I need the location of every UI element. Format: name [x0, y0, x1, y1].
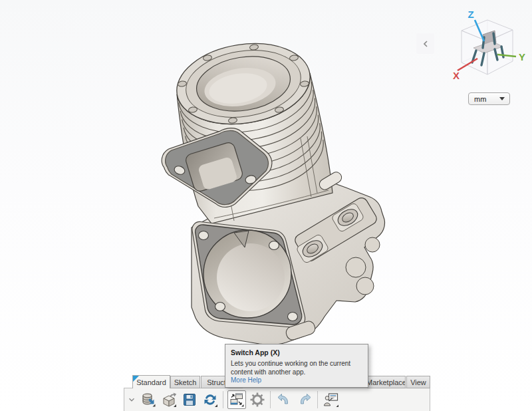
- open-library-button[interactable]: [139, 390, 158, 409]
- toolbar-collapse-button[interactable]: [126, 391, 138, 408]
- chevron-left-icon: [421, 39, 430, 49]
- tab-standard[interactable]: Standard: [132, 375, 170, 388]
- tab-label: Sketch: [174, 378, 197, 386]
- gear-icon: [249, 392, 265, 408]
- user-screen-icon: [323, 392, 339, 408]
- collapse-panel-button[interactable]: [416, 33, 434, 54]
- tooltip-title: Switch App (X): [225, 344, 368, 358]
- toolbar-separator: [317, 391, 318, 408]
- save-icon: [182, 392, 198, 408]
- undo-button[interactable]: [275, 390, 293, 409]
- sync-button[interactable]: [201, 390, 219, 409]
- toolbar-separator: [270, 391, 271, 408]
- switch-app-button[interactable]: [227, 390, 246, 409]
- undo-icon: [276, 392, 292, 408]
- tab-marketplace[interactable]: Marketplace: [367, 376, 406, 388]
- tab-label: Marketplace: [367, 378, 406, 386]
- ribbon-toolbar: [124, 388, 430, 411]
- redo-button[interactable]: [295, 390, 314, 409]
- x-axis-label: X: [453, 70, 460, 81]
- tab-sketch[interactable]: Sketch: [170, 376, 200, 388]
- save-button[interactable]: [180, 390, 199, 409]
- tab-view[interactable]: View: [406, 376, 430, 388]
- y-axis-label: Y: [519, 51, 525, 63]
- more-help-link[interactable]: More Help: [231, 376, 261, 384]
- sync-icon: [202, 392, 218, 408]
- z-axis-label: Z: [467, 9, 473, 20]
- switch-app-icon: [229, 392, 245, 408]
- tooltip-body: Lets you continue working on the current…: [225, 358, 368, 376]
- toolbar-separator: [223, 391, 223, 408]
- active-tab-corner: [133, 376, 139, 382]
- tab-label: Standard: [136, 378, 166, 386]
- box-arrow-icon: [161, 392, 177, 408]
- redo-icon: [297, 392, 313, 408]
- chevron-down-icon: [499, 97, 505, 100]
- case-bore-inner: [217, 243, 285, 311]
- units-dropdown[interactable]: mm: [468, 92, 510, 105]
- settings-button[interactable]: [248, 390, 267, 409]
- present-share-button[interactable]: [322, 390, 340, 409]
- insert-part-button[interactable]: [160, 390, 178, 409]
- view-cube[interactable]: Z X Y: [436, 3, 532, 90]
- switch-app-tooltip: Switch App (X) Lets you continue working…: [225, 344, 368, 388]
- units-value: mm: [469, 95, 499, 103]
- chevron-down-icon: [127, 395, 136, 404]
- database-arrow-icon: [140, 392, 156, 408]
- tab-label: View: [410, 378, 426, 386]
